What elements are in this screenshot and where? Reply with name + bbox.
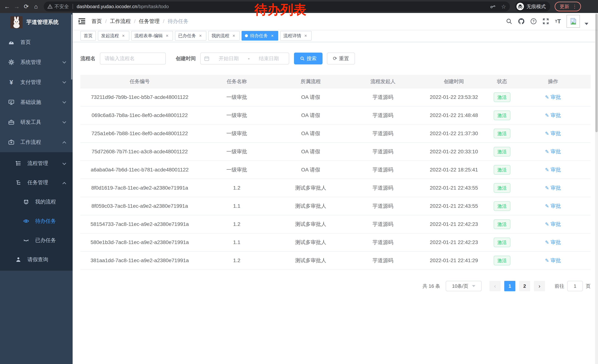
avatar-caret-icon[interactable] [585, 23, 588, 25]
cell-process: OA 请假 [274, 106, 347, 124]
approve-link-label: 审批 [551, 94, 561, 101]
cell-created: 2022-01-21 22:41:29 [419, 251, 489, 270]
next-page-button[interactable]: › [534, 281, 545, 291]
approve-link-label: 审批 [551, 112, 561, 119]
sidebar-item-my-process[interactable]: 我的流程 [0, 192, 73, 211]
breadcrumb-item[interactable]: 工作流程 [110, 18, 131, 25]
window-scrollbar[interactable] [595, 13, 598, 364]
sidebar-item-label: 任务管理 [27, 179, 48, 186]
tab-close-icon[interactable]: × [121, 33, 126, 38]
tab-close-icon[interactable]: × [303, 33, 308, 38]
approve-link[interactable]: ✎审批 [545, 112, 561, 119]
approve-link[interactable]: ✎审批 [545, 221, 561, 228]
reset-button[interactable]: ⟳ 重置 [327, 53, 355, 65]
col-header-task-name: 任务名称 [199, 75, 274, 88]
table-row: 580e1b3d-7ac8-11ec-a9e2-a2380e71991a 1.1… [80, 233, 590, 251]
prev-page-button[interactable]: ‹ [490, 281, 500, 291]
avatar[interactable] [566, 15, 580, 28]
sidebar-item-label: 工作流程 [20, 139, 41, 146]
approve-link[interactable]: ✎审批 [545, 130, 561, 137]
sidebar-item-leave-query[interactable]: 请假查询 [0, 250, 73, 269]
cell-process: 测试多审批人 [274, 197, 347, 215]
warning-icon [47, 4, 53, 9]
breadcrumb-current: 待办任务 [168, 18, 188, 25]
breadcrumb-item[interactable]: 首页 [91, 18, 102, 25]
sidebar-item-task-mgmt[interactable]: 任务管理 [0, 173, 73, 192]
tab-todo-tasks[interactable]: 待办任务× [241, 31, 278, 40]
approve-link[interactable]: ✎审批 [545, 166, 561, 173]
edit-icon: ✎ [545, 185, 549, 191]
page-button-2[interactable]: 2 [519, 281, 530, 291]
fullscreen-icon[interactable] [542, 18, 549, 25]
svg-text:?: ? [533, 19, 535, 23]
sidebar-item-system[interactable]: 系统管理 [0, 52, 73, 72]
page-button-1[interactable]: 1 [504, 281, 515, 291]
tab-close-icon[interactable]: × [198, 33, 203, 38]
help-icon[interactable]: ? [530, 18, 537, 25]
sidebar-item-home[interactable]: 首页 [0, 32, 73, 52]
approve-link[interactable]: ✎审批 [545, 148, 561, 155]
approve-link[interactable]: ✎审批 [545, 257, 561, 264]
tab-form-edit[interactable]: 流程表单-编辑× [131, 31, 173, 40]
browser-menu-icon[interactable]: ⋮ [572, 4, 577, 9]
search-icon[interactable] [505, 18, 513, 25]
browser-forward-icon[interactable]: → [12, 2, 22, 11]
filter-form: 流程名 请输入流程名 创建时间 开始日期 - 结束日期 搜索 ⟳ [80, 53, 594, 65]
approve-link[interactable]: ✎审批 [545, 239, 561, 246]
col-header-process: 所属流程 [274, 75, 347, 88]
eye-icon [23, 218, 29, 224]
sidebar-item-label: 已办任务 [35, 237, 56, 244]
sidebar-item-payment[interactable]: ¥ 支付管理 [0, 72, 73, 92]
sidebar-item-devtools[interactable]: 研发工具 [0, 112, 73, 132]
password-key-icon[interactable] [490, 3, 496, 10]
edit-icon: ✎ [545, 167, 549, 173]
tab-home[interactable]: 首页 [80, 31, 96, 40]
sidebar-item-process-mgmt[interactable]: 流程管理 [0, 154, 73, 173]
breadcrumb-item[interactable]: 任务管理 [139, 18, 160, 25]
tab-close-icon[interactable]: × [270, 33, 275, 38]
sidebar-item-workflow[interactable]: 工作流程 [0, 132, 73, 152]
not-secure-indicator[interactable]: 不安全 [47, 3, 69, 10]
goto-page-input[interactable] [567, 281, 583, 291]
tab-label: 首页 [84, 33, 93, 39]
browser-update-button[interactable]: 更新 ⋮ [555, 2, 581, 11]
cell-task-id: 8f059c03-7ac8-11ec-a9e2-a2380e71991a [80, 197, 199, 215]
sidebar-item-infra[interactable]: 基础设施 [0, 92, 73, 112]
sidebar-item-done-tasks[interactable]: 已办任务 [0, 231, 73, 250]
process-name-input[interactable]: 请输入流程名 [100, 53, 166, 65]
search-button[interactable]: 搜索 [294, 53, 323, 65]
page-size-select[interactable]: 10条/页 [446, 281, 482, 291]
approve-link-label: 审批 [551, 239, 561, 246]
browser-back-icon[interactable]: ← [2, 2, 12, 11]
cell-task-name: 1.2 [199, 215, 274, 233]
approve-link[interactable]: ✎审批 [545, 202, 561, 210]
list-icon [15, 160, 22, 166]
browser-home-icon[interactable]: ⌂ [31, 2, 41, 11]
tab-start-process[interactable]: 发起流程× [98, 31, 129, 40]
cell-starter: 芋道源码 [347, 106, 419, 124]
tab-label: 我的流程 [212, 33, 229, 39]
scrollbar-thumb[interactable] [595, 14, 598, 132]
tab-close-icon[interactable]: × [231, 33, 236, 38]
calendar-icon [204, 56, 209, 61]
status-badge: 激活 [494, 111, 510, 120]
github-icon[interactable] [518, 18, 525, 25]
tab-done-tasks[interactable]: 已办任务× [175, 31, 206, 40]
approve-link-label: 审批 [551, 166, 561, 173]
tab-process-detail[interactable]: 流程详情× [280, 31, 312, 40]
browser-reload-icon[interactable]: ⟳ [22, 2, 31, 11]
approve-link-label: 审批 [551, 202, 561, 210]
font-size-icon[interactable]: TT [554, 18, 562, 25]
cell-starter: 芋道源码 [347, 215, 419, 233]
sidebar-collapse-icon[interactable] [78, 18, 86, 25]
tab-close-icon[interactable]: × [165, 33, 170, 38]
sidebar-logo-row[interactable]: 芋道管理系统 [0, 13, 73, 32]
tab-my-process[interactable]: 我的流程× [208, 31, 240, 40]
bookmark-star-icon[interactable]: ☆ [501, 3, 506, 10]
gear-icon [8, 59, 15, 65]
sidebar-item-todo-tasks[interactable]: 待办任务 [0, 211, 73, 231]
approve-link[interactable]: ✎审批 [545, 184, 561, 191]
date-range-input[interactable]: 开始日期 - 结束日期 [200, 53, 289, 65]
sidebar-scrollbar-thumb[interactable] [71, 15, 72, 80]
approve-link[interactable]: ✎审批 [545, 94, 561, 101]
